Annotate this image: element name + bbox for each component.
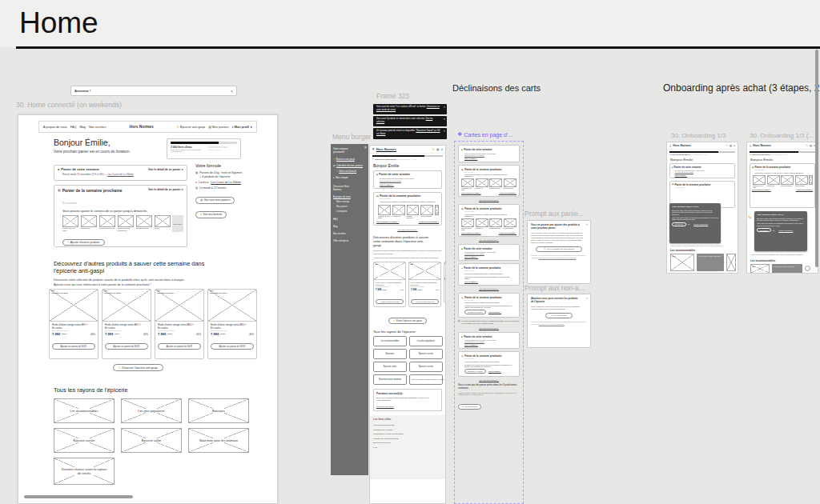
see-formule-button[interactable]: ●Voir ma formule xyxy=(545,313,573,318)
add-to-basket-button[interactable]: Ajouter au panier du 30/11 xyxy=(158,343,201,350)
rayon-tile[interactable]: Boissons xyxy=(188,398,249,423)
burger-link-offre[interactable]: Offre entreprise xyxy=(333,239,366,242)
carte-week[interactable]: ■Panier de cette semaine Retrait mardi 2… xyxy=(458,332,520,350)
skip-intro-link[interactable]: Passer l'introduction xyxy=(693,223,708,225)
carte-link[interactable]: Voir et ajuster le panier > xyxy=(461,192,481,194)
rayon-tile[interactable]: Les incontournables xyxy=(54,398,115,423)
mobile-week-card[interactable]: ■Panier de cette semaine Retrait mardi 2… xyxy=(669,163,735,178)
pencil-icon[interactable]: ✎ xyxy=(806,144,808,147)
announcement-bar[interactable]: Annonce ! × xyxy=(70,86,237,96)
product-card-partial[interactable] xyxy=(444,262,445,303)
close-icon[interactable]: × xyxy=(586,222,588,226)
close-icon[interactable]: × xyxy=(722,254,722,257)
frame-label-menu-burger[interactable]: Menu burger xyxy=(332,133,371,141)
carte-link[interactable]: Ajouter des produits > xyxy=(499,232,517,234)
notification-banner[interactable]: Vous avez 3 produits en attente dans vot… xyxy=(373,116,447,126)
burger-item-epicerie[interactable]: ✎Épicerie anti-gaspi xyxy=(333,158,366,161)
nav-link-paniers[interactable]: ▦Mes paniers xyxy=(208,125,228,129)
referral-link[interactable]: Parrainer quelqu'un xyxy=(376,406,439,408)
mobile-week-location[interactable]: Les Caves de La Villette xyxy=(380,180,439,182)
product-card[interactable]: BIO,ORIGINE FRANCE Huile d'olive vierge … xyxy=(155,289,204,359)
basket-icon[interactable]: ▦ xyxy=(810,144,812,147)
product-card[interactable]: BIO,ORIGINE FRANCE Huile d'olive vierge … xyxy=(102,289,151,359)
next-card-detail-link[interactable]: Voir le détail de ce panier ∨ xyxy=(148,188,183,191)
carte-link[interactable]: Voir ce panier > xyxy=(464,256,517,258)
footer-link[interactable]: FAQ xyxy=(373,446,442,449)
burger-link-entreprise[interactable]: L'entreprise xyxy=(336,210,366,213)
rayon-button[interactable]: Boissons xyxy=(373,349,407,359)
add-to-basket-button[interactable]: Ajouter au panier du 30/11 xyxy=(105,343,148,350)
mobile-next-link2[interactable]: Ajouter des produits > xyxy=(796,189,813,190)
frame-label-onboarding-2[interactable]: 30. Onboarding 1/3 (... xyxy=(750,132,814,139)
user-icon[interactable]: ● xyxy=(441,148,443,151)
carte-link[interactable]: Ajouter des produits > xyxy=(499,192,517,194)
mobile-next-card[interactable]: ▦Panier de la semaine prochaine 30 novem… xyxy=(373,192,442,226)
pencil-icon[interactable]: ✎ xyxy=(432,148,434,151)
footer-link[interactable]: Les paniers précédents xyxy=(373,424,442,426)
rayon-button[interactable]: Épicerie sucrée xyxy=(409,362,443,372)
horizontal-scrollbar[interactable] xyxy=(24,495,133,498)
burger-link-apropos[interactable]: À propos de nous xyxy=(333,195,366,198)
footer-link[interactable]: Créneaux de livraison xyxy=(373,429,442,431)
carte-link[interactable]: Voir ce panier > xyxy=(464,281,517,282)
close-icon[interactable]: × xyxy=(586,296,588,300)
notification-banner[interactable]: Un nouveau point de retrait est disponib… xyxy=(373,128,447,139)
carte-link[interactable]: Voir ce panier > xyxy=(464,344,517,346)
add-products-button[interactable]: ✎Ajouter d'autres produits xyxy=(62,239,105,246)
carte-next-friday[interactable]: ●Panier de la semaine prochaine 30 novem… xyxy=(458,263,520,286)
close-icon[interactable]: × xyxy=(444,105,445,109)
carte-see-all-link[interactable]: Voir tous mes paniers > xyxy=(479,288,499,290)
product-thumb[interactable]: Pommes de terre agata xyxy=(62,215,78,231)
nav-link-apropos[interactable]: À propos de nous xyxy=(43,126,67,129)
mobile-week-link[interactable]: Voir le panier > xyxy=(380,184,439,186)
discover-epicerie-button[interactable]: ✎Découvrir l'épicerie anti-gaspi xyxy=(113,364,163,371)
product-card[interactable]: BIO,ORIGINE FRANCE Huile d'olive vierge … xyxy=(207,289,257,359)
footer-link[interactable]: Politique de remboursement xyxy=(373,438,442,440)
week-card-location-link[interactable]: Les Caves de La Villette xyxy=(107,173,133,176)
carte-next-skipped[interactable]: ▤Panier de la semaine prochaine 30 novem… xyxy=(458,351,520,377)
product-card[interactable]: BIO,ORIGINE FRANCE Huile d'olive vierge … xyxy=(49,289,98,359)
component-label-cartes[interactable]: ❖Cartes en page d'... xyxy=(457,131,512,138)
rayon-button[interactable]: Dernière chance avant la rupture de stoc… xyxy=(409,374,443,385)
burger-link-concept[interactable]: Notre concept xyxy=(336,201,366,203)
nav-link-profil[interactable]: ●Mon profil ∨ xyxy=(232,125,252,129)
mobile-visit-epicerie-button[interactable]: ✎Visiter l'épicerie anti-gaspi xyxy=(388,318,427,324)
carte-see-all-link[interactable]: Voir tous mes paniers > xyxy=(479,379,499,382)
vertical-scrollbar[interactable] xyxy=(815,50,818,267)
formule-location-link[interactable]: Les Caves de La Villette xyxy=(211,181,241,184)
reactivate-basket-button[interactable]: Réactiver ce panier xyxy=(464,310,486,314)
prompt2-footer-link[interactable]: Demandez-nous cette fonctionnalité xyxy=(539,323,565,325)
add-to-basket-button[interactable]: Ajouter au panier du 30/11 xyxy=(411,299,439,304)
product-thumb[interactable]: Courges butternut bio xyxy=(99,215,115,230)
burger-link-paniers[interactable]: Nos paniers xyxy=(336,206,366,208)
see-all-baskets-button[interactable]: ▤Voir tous mes paniers xyxy=(195,197,235,204)
close-icon[interactable]: × xyxy=(444,129,445,133)
product-card[interactable]: BIO, Huile d'olive vierge extra BIO En s… xyxy=(408,262,441,307)
product-thumb[interactable]: Pommes Golden xyxy=(136,215,152,230)
see-formule-button[interactable]: ●Voir ma formule xyxy=(195,211,227,218)
rayon-button[interactable]: Nourriture pour animaux xyxy=(373,374,407,385)
pencil-icon[interactable]: ✎ xyxy=(726,144,728,147)
burger-item-compte[interactable]: ●Mon compte xyxy=(333,176,366,179)
carte-next-editable[interactable]: ▦Panier de la semaine prochaine 30 novem… xyxy=(458,204,520,237)
understood-button[interactable]: J'ai compris xyxy=(672,222,686,226)
burger-link-blog[interactable]: Blog xyxy=(333,225,366,228)
rayon-button[interactable]: Les plus populaires xyxy=(409,336,443,346)
carte-see-all-link[interactable]: Voir tous mes paniers > xyxy=(479,327,499,330)
close-icon[interactable]: × xyxy=(364,145,367,150)
logo[interactable]: Hors Normes xyxy=(376,147,396,152)
product-card[interactable]: BIO, Huile d'olive vierge extra BIO En s… xyxy=(373,262,406,307)
carte-week[interactable]: ■Panier de cette semaine Retrait mardi 2… xyxy=(458,145,520,162)
see-formule-button[interactable]: ●Voir ma formule xyxy=(458,404,481,410)
frame-label-323[interactable]: Frame 323 xyxy=(376,92,409,100)
logo[interactable]: Hors Normes xyxy=(129,125,153,129)
nav-link-epicerie[interactable]: ✎Épicerie anti-gaspi xyxy=(177,125,205,129)
close-icon[interactable]: × xyxy=(444,117,445,121)
nav-link-faq[interactable]: FAQ xyxy=(70,126,77,129)
rayon-tile[interactable]: Épicerie salée xyxy=(121,428,182,453)
understood-button[interactable]: J'ai compris xyxy=(757,228,771,232)
carte-see-all-link[interactable]: Voir tous mes paniers > xyxy=(479,239,499,242)
more-products-chip[interactable]: 3 de plus > xyxy=(172,215,183,232)
burger-icon[interactable]: ≡ xyxy=(372,147,375,151)
burger-link-faq[interactable]: FAQ xyxy=(333,218,366,221)
